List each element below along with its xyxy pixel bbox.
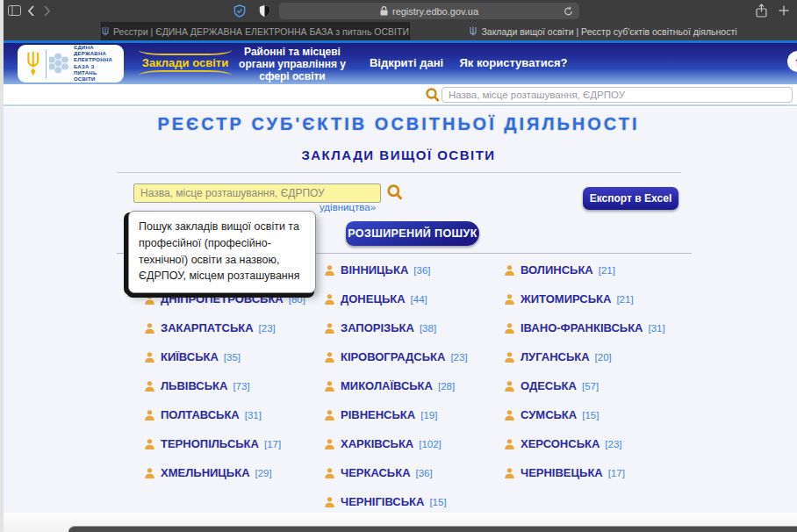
nav-open-data[interactable]: Відкриті дані bbox=[367, 56, 446, 69]
region-link[interactable]: ВІННИЦЬКА[36] bbox=[324, 255, 504, 284]
browser-toolbar: registry.edbo.gov.ua bbox=[0, 0, 797, 22]
sidebar-toggle-icon[interactable] bbox=[8, 5, 21, 16]
region-link[interactable]: ЛЬВІВСЬКА[73] bbox=[144, 371, 324, 400]
region-count: [35] bbox=[224, 352, 241, 363]
region-cell-empty bbox=[144, 487, 324, 516]
region-link[interactable]: ЗАПОРІЗЬКА[38] bbox=[324, 313, 504, 342]
person-icon bbox=[144, 409, 155, 421]
person-icon bbox=[504, 467, 515, 479]
privacy-shield-icon[interactable] bbox=[233, 4, 246, 18]
region-name: КИЇВСЬКА bbox=[161, 350, 219, 363]
example-link-fragment[interactable]: удівництва» bbox=[320, 202, 376, 212]
region-count: [19] bbox=[420, 410, 437, 421]
search-submit-icon[interactable] bbox=[387, 184, 403, 201]
region-name: ЛУГАНСЬКА bbox=[521, 350, 590, 363]
tab-registries[interactable]: Реєстри | ЄДИНА ДЕРЖАВНА ЕЛЕКТРОННА БАЗА… bbox=[101, 22, 410, 40]
region-count: [31] bbox=[245, 410, 262, 421]
region-count: [15] bbox=[429, 497, 446, 507]
divider bbox=[117, 172, 681, 173]
region-count: [57] bbox=[582, 381, 599, 392]
region-name: ХАРКІВСЬКА bbox=[341, 437, 413, 450]
region-count: [80] bbox=[289, 294, 305, 305]
edbo-logo[interactable]: ЄДИНА ДЕРЖАВНА ЕЛЕКТРОННА БАЗА З ПИТАНЬ … bbox=[18, 45, 124, 83]
adblock-shield-icon[interactable] bbox=[259, 4, 270, 18]
person-icon bbox=[324, 496, 335, 508]
region-name: ДОНЕЦЬКА bbox=[341, 292, 406, 306]
region-link[interactable]: ХАРКІВСЬКА[102] bbox=[324, 429, 504, 458]
person-icon bbox=[324, 467, 335, 479]
person-icon bbox=[144, 438, 155, 450]
region-name: ПОЛТАВСЬКА bbox=[161, 408, 240, 421]
logo-line: ЄДИНА bbox=[74, 45, 118, 51]
tab-higher-education[interactable]: Заклади вищої освіти | Реєстр суб'єктів … bbox=[410, 22, 797, 40]
person-icon bbox=[324, 380, 335, 392]
region-link[interactable]: ЧЕРНІВЕЦЬКА[17] bbox=[504, 458, 697, 487]
region-link[interactable]: ВОЛИНСЬКА[21] bbox=[504, 255, 697, 284]
forward-icon[interactable] bbox=[43, 5, 51, 17]
nav-institutions[interactable]: Заклади освіти bbox=[133, 56, 237, 69]
region-count: [23] bbox=[450, 352, 467, 363]
person-icon bbox=[324, 293, 335, 306]
region-link[interactable]: ХМЕЛЬНИЦЬКА[29] bbox=[144, 458, 324, 487]
region-name: ТЕРНОПІЛЬСЬКА bbox=[161, 437, 259, 450]
region-link[interactable]: ХЕРСОНСЬКА[23] bbox=[504, 429, 697, 458]
new-tab-icon[interactable] bbox=[779, 5, 789, 16]
region-link[interactable]: РІВНЕНСЬКА[19] bbox=[324, 400, 504, 429]
person-icon bbox=[144, 351, 155, 363]
facebook-icon[interactable]: f bbox=[787, 51, 797, 72]
region-link[interactable]: ТЕРНОПІЛЬСЬКА[17] bbox=[144, 429, 324, 458]
site-header: ЄДИНА ДЕРЖАВНА ЕЛЕКТРОННА БАЗА З ПИТАНЬ … bbox=[0, 43, 797, 84]
region-link[interactable]: ЧЕРКАСЬКА[36] bbox=[324, 458, 504, 487]
region-count: [36] bbox=[413, 265, 430, 276]
lock-icon bbox=[380, 6, 388, 16]
region-count: [28] bbox=[438, 381, 455, 392]
person-icon bbox=[324, 322, 335, 334]
search-icon bbox=[426, 88, 440, 103]
region-link[interactable]: КИЇВСЬКА[35] bbox=[144, 342, 324, 371]
region-link[interactable]: ПОЛТАВСЬКА[31] bbox=[144, 400, 324, 429]
logo-divider bbox=[46, 50, 47, 78]
region-count: [29] bbox=[255, 468, 272, 478]
region-link[interactable]: СУМСЬКА[15] bbox=[504, 400, 697, 429]
region-link[interactable]: ЛУГАНСЬКА[20] bbox=[504, 342, 697, 371]
region-count: [23] bbox=[605, 439, 621, 449]
region-link[interactable]: МИКОЛАЇВСЬКА[28] bbox=[324, 371, 504, 400]
page-title: РЕЄСТР СУБ'ЄКТІВ ОСВІТНЬОЇ ДІЯЛЬНОСТІ bbox=[0, 114, 797, 134]
person-icon bbox=[324, 264, 335, 277]
top-search-input[interactable] bbox=[442, 87, 793, 103]
region-link[interactable]: ОДЕСЬКА[57] bbox=[504, 371, 697, 400]
person-icon bbox=[504, 264, 515, 277]
desktop-edge-strip bbox=[0, 0, 4, 532]
region-name: МИКОЛАЇВСЬКА bbox=[341, 379, 433, 392]
url-bar[interactable]: registry.edbo.gov.ua bbox=[279, 3, 579, 19]
nav-how-to-use[interactable]: Як користуватися? bbox=[456, 56, 571, 69]
tab-bar: Реєстри | ЄДИНА ДЕРЖАВНА ЕЛЕКТРОННА БАЗА… bbox=[0, 22, 797, 40]
search-tooltip: Пошук закладів вищої освіти та професійн… bbox=[128, 211, 316, 293]
person-icon bbox=[504, 409, 515, 421]
region-link[interactable]: ІВАНО-ФРАНКІВСЬКА[31] bbox=[504, 313, 697, 342]
region-link[interactable]: КІРОВОГРАДСЬКА[23] bbox=[324, 342, 504, 371]
reload-icon[interactable] bbox=[564, 6, 573, 17]
trident-icon bbox=[25, 49, 42, 79]
person-icon bbox=[504, 351, 515, 363]
region-link[interactable]: ЖИТОМИРСЬКА[21] bbox=[504, 284, 697, 313]
registry-search-input[interactable] bbox=[133, 183, 381, 203]
share-icon[interactable] bbox=[756, 4, 767, 18]
url-text: registry.edbo.gov.ua bbox=[392, 6, 478, 17]
back-icon[interactable] bbox=[27, 5, 35, 17]
person-icon bbox=[324, 409, 335, 421]
region-count: [31] bbox=[648, 323, 664, 334]
region-count: [21] bbox=[616, 294, 633, 305]
region-link[interactable]: ЧЕРНІГІВСЬКА[15] bbox=[324, 487, 504, 516]
person-icon bbox=[144, 380, 155, 392]
region-link[interactable]: ЗАКАРПАТСЬКА[23] bbox=[144, 313, 324, 342]
tab-title: Заклади вищої освіти | Реєстр суб'єктів … bbox=[481, 26, 736, 37]
region-name: ЗАПОРІЗЬКА bbox=[341, 321, 414, 334]
nav-local-authorities[interactable]: Районні та місцеві органи управління у с… bbox=[235, 46, 349, 83]
region-link[interactable]: ДОНЕЦЬКА[44] bbox=[324, 284, 504, 313]
advanced-search-button[interactable]: РОЗШИРЕНИЙ ПОШУК bbox=[346, 221, 479, 246]
region-name: ЖИТОМИРСЬКА bbox=[521, 292, 611, 306]
screen: registry.edbo.gov.ua Реєстри | ЄДИНА ДЕР… bbox=[0, 0, 797, 532]
logo-line: БАЗА З ПИТАНЬ bbox=[74, 64, 118, 76]
export-excel-button[interactable]: Експорт в Excel bbox=[583, 187, 679, 210]
